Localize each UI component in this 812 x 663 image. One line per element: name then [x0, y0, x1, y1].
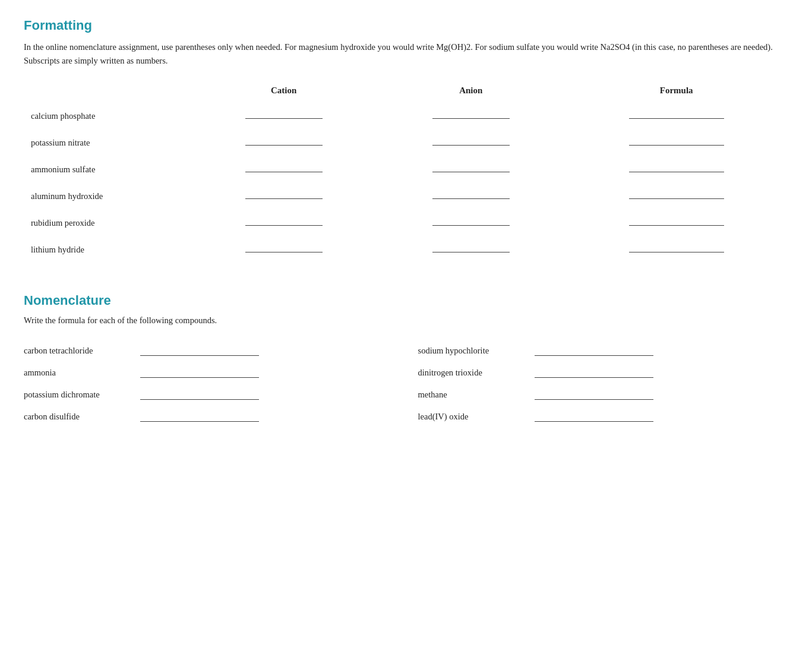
- answer-line: [629, 172, 724, 172]
- nom-right-cell: dinitrogen trioxide: [406, 359, 789, 381]
- answer-line: [432, 198, 510, 199]
- formula-answer: [564, 130, 788, 156]
- nom-answer-line: [140, 355, 259, 356]
- answer-line: [245, 118, 323, 119]
- nom-right-label: sodium hypochlorite: [418, 346, 525, 356]
- anion-answer: [377, 236, 564, 263]
- cation-answer: [190, 183, 377, 210]
- formatting-title: Formatting: [24, 18, 788, 33]
- nomenclature-title: Nomenclature: [24, 293, 788, 308]
- nom-left-cell: ammonia: [24, 359, 406, 381]
- table-row: rubidium peroxide: [24, 210, 788, 236]
- cation-answer: [190, 103, 377, 130]
- nom-answer-line: [140, 399, 259, 400]
- anion-answer: [377, 210, 564, 236]
- formula-answer: [564, 103, 788, 130]
- nomenclature-subtitle: Write the formula for each of the follow…: [24, 315, 788, 326]
- answer-line: [629, 198, 724, 199]
- compound-label: potassium nitrate: [24, 130, 190, 156]
- answer-line: [245, 145, 323, 146]
- nom-left-cell: carbon disulfide: [24, 403, 406, 425]
- answer-line: [432, 172, 510, 172]
- nom-right-label: lead(IV) oxide: [418, 412, 525, 422]
- formatting-table: Cation Anion Formula calcium phosphatepo…: [24, 82, 788, 263]
- formula-answer: [564, 210, 788, 236]
- anion-answer: [377, 183, 564, 210]
- answer-line: [245, 225, 323, 226]
- answer-line: [245, 198, 323, 199]
- cation-answer: [190, 236, 377, 263]
- table-row: potassium nitrate: [24, 130, 788, 156]
- table-row: calcium phosphate: [24, 103, 788, 130]
- nom-left-cell: carbon tetrachloride: [24, 337, 406, 359]
- answer-line: [432, 252, 510, 252]
- col-header-formula: Formula: [564, 82, 788, 103]
- compound-label: aluminum hydroxide: [24, 183, 190, 210]
- cation-answer: [190, 130, 377, 156]
- compound-label: ammonium sulfate: [24, 156, 190, 183]
- formula-answer: [564, 236, 788, 263]
- table-row: lithium hydride: [24, 236, 788, 263]
- compound-label: rubidium peroxide: [24, 210, 190, 236]
- nom-answer-line: [535, 421, 653, 422]
- table-row: ammonium sulfate: [24, 156, 788, 183]
- nom-left-label: carbon disulfide: [24, 412, 131, 422]
- nomenclature-section: Nomenclature Write the formula for each …: [24, 293, 788, 425]
- nom-answer-line: [140, 377, 259, 378]
- compound-label: calcium phosphate: [24, 103, 190, 130]
- nom-right-label: methane: [418, 390, 525, 400]
- nom-answer-line: [535, 355, 653, 356]
- nom-answer-line: [535, 377, 653, 378]
- table-row: aluminum hydroxide: [24, 183, 788, 210]
- col-header-anion: Anion: [377, 82, 564, 103]
- answer-line: [629, 145, 724, 146]
- answer-line: [245, 252, 323, 252]
- nom-right-cell: sodium hypochlorite: [406, 337, 789, 359]
- answer-line: [432, 225, 510, 226]
- compound-label: lithium hydride: [24, 236, 190, 263]
- answer-line: [629, 118, 724, 119]
- nom-left-label: carbon tetrachloride: [24, 346, 131, 356]
- nomenclature-grid: carbon tetrachloridesodium hypochloritea…: [24, 337, 788, 425]
- nom-left-label: potassium dichromate: [24, 390, 131, 400]
- col-header-cation: Cation: [190, 82, 377, 103]
- anion-answer: [377, 156, 564, 183]
- nom-left-cell: potassium dichromate: [24, 381, 406, 403]
- formatting-intro: In the online nomenclature assignment, u…: [24, 40, 788, 68]
- anion-answer: [377, 130, 564, 156]
- nom-right-label: dinitrogen trioxide: [418, 368, 525, 378]
- col-header-compound: [24, 82, 190, 103]
- answer-line: [432, 145, 510, 146]
- nom-right-cell: methane: [406, 381, 789, 403]
- cation-answer: [190, 210, 377, 236]
- answer-line: [629, 225, 724, 226]
- anion-answer: [377, 103, 564, 130]
- answer-line: [245, 172, 323, 172]
- cation-answer: [190, 156, 377, 183]
- nom-answer-line: [140, 421, 259, 422]
- nom-left-label: ammonia: [24, 368, 131, 378]
- nom-answer-line: [535, 399, 653, 400]
- answer-line: [629, 252, 724, 252]
- nom-right-cell: lead(IV) oxide: [406, 403, 789, 425]
- answer-line: [432, 118, 510, 119]
- formula-answer: [564, 183, 788, 210]
- formula-answer: [564, 156, 788, 183]
